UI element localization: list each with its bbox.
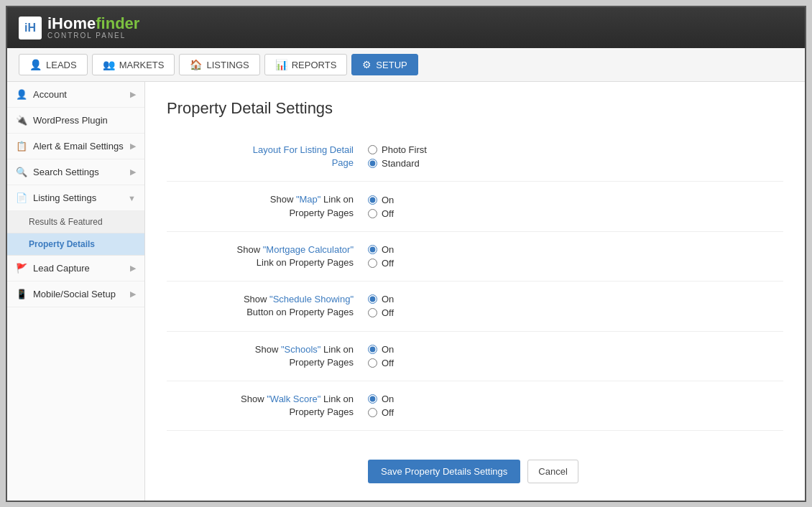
- account-icon: 👤: [16, 89, 27, 100]
- setting-mortgage-label: Show "Mortgage Calculator"Link on Proper…: [167, 243, 368, 269]
- mortgage-on-option[interactable]: On: [368, 244, 394, 255]
- setting-schedule-options: On Off: [368, 294, 394, 318]
- setup-icon: ⚙: [362, 59, 372, 70]
- sidebar-item-alert-email[interactable]: 📋 Alert & Email Settings ▶: [7, 134, 144, 159]
- logo-icon: iH: [19, 17, 42, 39]
- mortgage-off-radio[interactable]: [368, 259, 377, 268]
- nav-listings[interactable]: 🏠 LISTINGS: [179, 54, 259, 75]
- walk-off-option[interactable]: Off: [368, 407, 394, 418]
- lead-icon: 🚩: [16, 263, 27, 274]
- alert-icon: 📋: [16, 141, 27, 152]
- walk-off-radio[interactable]: [368, 408, 377, 417]
- walk-off-label: Off: [382, 407, 394, 418]
- schools-off-label: Off: [382, 358, 394, 368]
- sidebar-item-search-settings[interactable]: 🔍 Search Settings ▶: [7, 159, 144, 185]
- map-off-option[interactable]: Off: [368, 208, 394, 219]
- schedule-on-label: On: [382, 294, 394, 304]
- search-arrow: ▶: [130, 167, 136, 177]
- nav-markets[interactable]: 👥 MARKETS: [92, 54, 175, 75]
- map-on-radio[interactable]: [368, 195, 377, 205]
- logo-text: iHomefinder CONTROL PANEL: [47, 16, 139, 39]
- logo-sub: CONTROL PANEL: [47, 32, 139, 39]
- layout-photo-first-label: Photo First: [382, 144, 427, 155]
- setting-schools-options: On Off: [368, 344, 394, 368]
- setting-schedule-label: Show "Schedule Showing"Button on Propert…: [167, 293, 368, 319]
- sidebar-sub-listing: Results & Featured Property Details: [7, 211, 144, 256]
- walk-on-radio[interactable]: [368, 394, 377, 404]
- logo: iH iHomefinder CONTROL PANEL: [19, 16, 139, 39]
- mortgage-off-label: Off: [382, 258, 394, 269]
- schools-on-label: On: [382, 344, 394, 355]
- map-off-label: Off: [382, 208, 394, 219]
- setting-map-label: Show "Map" Link onProperty Pages: [167, 193, 368, 219]
- mortgage-on-label: On: [382, 244, 394, 255]
- mortgage-off-option[interactable]: Off: [368, 258, 394, 269]
- cancel-button[interactable]: Cancel: [527, 460, 578, 483]
- schedule-on-radio[interactable]: [368, 294, 377, 304]
- schedule-off-option[interactable]: Off: [368, 307, 394, 318]
- layout-standard-label: Standard: [382, 158, 420, 169]
- logo-main: iHomefinder: [47, 16, 139, 32]
- layout-photo-first-option[interactable]: Photo First: [368, 144, 427, 155]
- setting-mortgage-options: On Off: [368, 244, 394, 269]
- alert-arrow: ▶: [130, 141, 136, 151]
- mobile-arrow: ▶: [130, 289, 136, 299]
- schedule-off-label: Off: [382, 307, 394, 318]
- sidebar-item-account[interactable]: 👤 Account ▶: [7, 82, 144, 108]
- walk-on-label: On: [382, 394, 394, 404]
- sidebar-item-results-featured[interactable]: Results & Featured: [7, 211, 144, 233]
- sidebar: 👤 Account ▶ 🔌 WordPress Plugin 📋 Alert &…: [7, 82, 145, 501]
- page-title: Property Detail Settings: [167, 99, 783, 118]
- layout-standard-radio[interactable]: [368, 159, 377, 168]
- sidebar-item-mobile-social[interactable]: 📱 Mobile/Social Setup ▶: [7, 282, 144, 307]
- sidebar-item-wordpress[interactable]: 🔌 WordPress Plugin: [7, 108, 144, 134]
- setting-mortgage: Show "Mortgage Calculator"Link on Proper…: [167, 232, 783, 282]
- nav-setup[interactable]: ⚙ SETUP: [351, 54, 417, 75]
- setting-walk-score-label: Show "Walk Score" Link onProperty Pages: [167, 393, 368, 419]
- main-layout: 👤 Account ▶ 🔌 WordPress Plugin 📋 Alert &…: [7, 82, 805, 501]
- sidebar-item-listing-settings[interactable]: 📄 Listing Settings ▼: [7, 185, 144, 211]
- setting-walk-score-options: On Off: [368, 394, 394, 418]
- setting-map-options: On Off: [368, 195, 394, 219]
- account-arrow: ▶: [130, 90, 136, 99]
- map-on-label: On: [382, 195, 394, 205]
- map-on-option[interactable]: On: [368, 195, 394, 205]
- sidebar-item-property-details[interactable]: Property Details: [7, 233, 144, 256]
- schedule-off-radio[interactable]: [368, 308, 377, 317]
- layout-photo-first-radio[interactable]: [368, 145, 377, 154]
- wordpress-icon: 🔌: [16, 115, 27, 126]
- setting-walk-score: Show "Walk Score" Link onProperty Pages …: [167, 381, 783, 431]
- schools-off-radio[interactable]: [368, 358, 377, 368]
- sidebar-item-lead-capture[interactable]: 🚩 Lead Capture ▶: [7, 256, 144, 282]
- nav-leads[interactable]: 👤 LEADS: [19, 54, 88, 75]
- schedule-on-option[interactable]: On: [368, 294, 394, 304]
- reports-icon: 📊: [275, 59, 287, 70]
- lead-arrow: ▶: [130, 264, 136, 273]
- walk-on-option[interactable]: On: [368, 394, 394, 404]
- listing-icon: 📄: [16, 192, 27, 203]
- schools-on-radio[interactable]: [368, 345, 377, 354]
- setting-layout-label: Layout For Listing DetailPage: [167, 144, 368, 169]
- nav-reports[interactable]: 📊 REPORTS: [264, 54, 348, 75]
- listing-arrow: ▼: [128, 194, 136, 203]
- nav-bar: 👤 LEADS 👥 MARKETS 🏠 LISTINGS 📊 REPORTS ⚙…: [7, 48, 805, 82]
- setting-schedule: Show "Schedule Showing"Button on Propert…: [167, 282, 783, 331]
- listings-icon: 🏠: [190, 59, 202, 70]
- setting-layout-options: Photo First Standard: [368, 144, 427, 169]
- setting-schools-label: Show "Schools" Link onProperty Pages: [167, 343, 368, 369]
- setting-map: Show "Map" Link onProperty Pages On Off: [167, 182, 783, 231]
- schools-on-option[interactable]: On: [368, 344, 394, 355]
- setting-layout: Layout For Listing DetailPage Photo Firs…: [167, 132, 783, 182]
- leads-icon: 👤: [29, 59, 42, 70]
- mobile-icon: 📱: [16, 289, 27, 299]
- map-off-radio[interactable]: [368, 209, 377, 218]
- layout-standard-option[interactable]: Standard: [368, 158, 427, 169]
- save-button[interactable]: Save Property Details Settings: [368, 460, 520, 483]
- setting-schools: Show "Schools" Link onProperty Pages On …: [167, 332, 783, 381]
- button-row: Save Property Details Settings Cancel: [167, 448, 783, 483]
- schools-off-option[interactable]: Off: [368, 358, 394, 368]
- search-icon: 🔍: [16, 167, 27, 177]
- markets-icon: 👥: [103, 59, 115, 70]
- header: iH iHomefinder CONTROL PANEL: [7, 7, 805, 48]
- mortgage-on-radio[interactable]: [368, 245, 377, 254]
